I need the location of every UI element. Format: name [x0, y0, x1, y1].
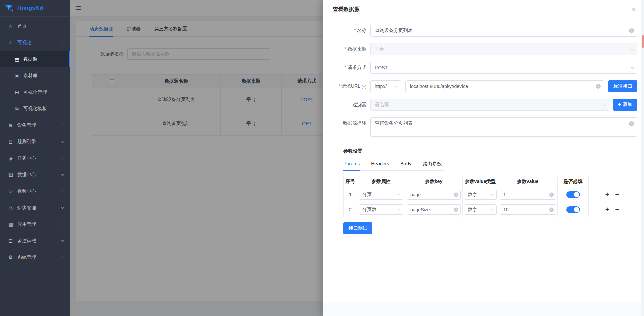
sidebar-item-material-library[interactable]: ▣ 素材库: [0, 67, 70, 84]
sidebar-item-datasource[interactable]: ▤ 数据源: [0, 51, 70, 67]
param-value-type-select[interactable]: 数字: [464, 190, 497, 200]
app-root: ThingsKit ⌂ 首页 ☺ 可视化 ▤ 数据源 ▣ 素材库 ⊞ 可视化: [0, 0, 644, 316]
rule-engine-icon: ⊟: [7, 139, 14, 145]
add-filter-button[interactable]: +添加: [613, 99, 637, 111]
clear-icon[interactable]: ×: [454, 207, 458, 212]
chevron-down-icon: [398, 207, 401, 211]
col-key: 参数key: [405, 176, 463, 187]
chevron-down-icon: [61, 239, 64, 242]
param-key-input[interactable]: [407, 190, 461, 200]
clear-icon[interactable]: ×: [454, 192, 458, 197]
param-row: 1 分页 × 数字 × +−: [344, 187, 636, 202]
chevron-down-icon: [395, 84, 398, 87]
col-required: 是否必填: [558, 176, 589, 187]
name-input[interactable]: [370, 25, 637, 37]
datasource-icon: ▤: [13, 56, 20, 62]
tab-route-params[interactable]: 路由参数: [423, 158, 442, 170]
sidebar-item-rule-engine[interactable]: ⊟ 规则引擎: [0, 133, 70, 150]
settings-gear-icon: ⚙: [7, 254, 14, 260]
add-param-icon[interactable]: +: [602, 206, 612, 213]
source-label: 数据来源: [347, 46, 366, 52]
logo-text: ThingsKit: [16, 5, 43, 11]
params-tabs: Params Headers Body 路由参数: [343, 158, 444, 171]
clear-icon[interactable]: ×: [596, 84, 601, 89]
sidebar-item-home[interactable]: ⌂ 首页: [0, 18, 70, 34]
param-value-type-select[interactable]: 数字: [464, 204, 497, 215]
chevron-down-icon: [491, 192, 494, 196]
request-url-input[interactable]: [405, 80, 604, 92]
view-datasource-drawer: 查看数据源 × *名称 × *数据来源 平台: [323, 0, 644, 316]
sidebar-item-device-management[interactable]: ⊕ 设备管理: [0, 117, 70, 133]
param-key-input[interactable]: [407, 204, 461, 215]
method-label: 请求方式: [347, 65, 366, 70]
required-toggle-on[interactable]: [566, 191, 580, 198]
sidebar-item-visualization[interactable]: ☺ 可视化: [0, 34, 70, 51]
col-index: 序号: [344, 176, 357, 187]
clear-icon[interactable]: ×: [549, 207, 554, 212]
drawer-scrollbar-thumb[interactable]: [642, 35, 644, 48]
drawer-body: *名称 × *数据来源 平台 *请求方式: [323, 19, 644, 303]
param-value-input[interactable]: [500, 190, 556, 200]
tab-params[interactable]: Params: [343, 158, 360, 171]
filter-label: 过滤器: [352, 102, 366, 107]
sidebar-item-edge-management[interactable]: ◇ 边缘管理: [0, 199, 70, 216]
chevron-down-icon: [61, 139, 64, 143]
sidebar-item-data-center[interactable]: ▦ 数据中心: [0, 166, 70, 183]
filter-select[interactable]: 请选择: [370, 99, 609, 111]
form-row-source: *数据来源 平台: [333, 43, 637, 55]
remove-param-icon[interactable]: −: [612, 191, 622, 198]
app-management-icon: ▩: [7, 221, 14, 227]
param-attr-select[interactable]: 分页数: [359, 204, 403, 215]
close-icon[interactable]: ×: [632, 6, 636, 13]
sidebar-item-monitoring-ops[interactable]: ⊡ 监控运维: [0, 232, 70, 249]
tab-body[interactable]: Body: [400, 158, 411, 170]
clear-icon[interactable]: ×: [629, 121, 634, 126]
param-value-field: ×: [500, 204, 556, 215]
chevron-down-icon: [631, 47, 634, 50]
sidebar-item-video-center[interactable]: ▷ 视频中心: [0, 183, 70, 199]
sidebar-item-system-management[interactable]: ⚙ 系统管理: [0, 249, 70, 265]
required-asterisk: *: [354, 28, 356, 33]
request-method-select[interactable]: POST: [370, 62, 637, 74]
sidebar-item-viz-management[interactable]: ⊞ 可视化管理: [0, 84, 70, 100]
param-attr-select[interactable]: 分页: [359, 190, 403, 200]
chevron-down-icon: [61, 222, 64, 225]
chevron-down-icon: [61, 206, 64, 209]
sidebar-item-app-management[interactable]: ▩ 应用管理: [0, 216, 70, 232]
drawer-footer: [323, 303, 644, 316]
col-value-type: 参数value类型: [463, 176, 498, 187]
required-toggle-on[interactable]: [566, 206, 580, 213]
material-library-icon: ▣: [13, 73, 20, 79]
drawer-scrollbar-track[interactable]: [641, 0, 644, 316]
thingskit-logo-icon: [5, 4, 13, 12]
form-row-description: 数据源描述 查询设备分页列表 ×: [333, 117, 637, 137]
param-index: 2: [344, 202, 357, 217]
drawer-header: 查看数据源 ×: [323, 0, 644, 19]
api-test-button[interactable]: 接口测试: [343, 222, 372, 234]
param-value-input[interactable]: [500, 204, 556, 215]
viz-management-icon: ⊞: [13, 89, 20, 95]
add-param-icon[interactable]: +: [602, 191, 612, 198]
tab-headers[interactable]: Headers: [371, 158, 389, 170]
clear-icon[interactable]: ×: [629, 28, 634, 33]
chevron-up-icon: [61, 42, 64, 45]
logo: ThingsKit: [0, 0, 70, 17]
sidebar-item-task-center[interactable]: ◈ 任务中心: [0, 150, 70, 166]
form-row-method: *请求方式 POST: [333, 62, 637, 74]
chevron-down-icon: [631, 65, 634, 69]
visualization-icon: ☺: [7, 40, 14, 45]
task-center-icon: ◈: [7, 155, 14, 161]
description-textarea[interactable]: 查询设备分页列表: [370, 117, 637, 137]
sidebar: ThingsKit ⌂ 首页 ☺ 可视化 ▤ 数据源 ▣ 素材库 ⊞ 可视化: [0, 0, 70, 316]
param-row: 2 分页数 × 数字 × +−: [344, 202, 636, 217]
datasource-origin-select[interactable]: 平台: [370, 43, 637, 55]
clear-icon[interactable]: ×: [549, 192, 554, 197]
protocol-select[interactable]: http://: [370, 80, 401, 92]
description-label: 数据源描述: [343, 120, 366, 126]
remove-param-icon[interactable]: −: [612, 206, 622, 213]
home-icon: ⌂: [7, 23, 14, 29]
standard-api-button[interactable]: 标准接口: [608, 80, 637, 92]
params-section: 参数设置 Params Headers Body 路由参数 序号 参数属性 参数…: [343, 148, 637, 234]
sidebar-item-viz-template[interactable]: ⧉ 可视化模板: [0, 100, 70, 117]
help-icon: ?: [362, 85, 366, 89]
